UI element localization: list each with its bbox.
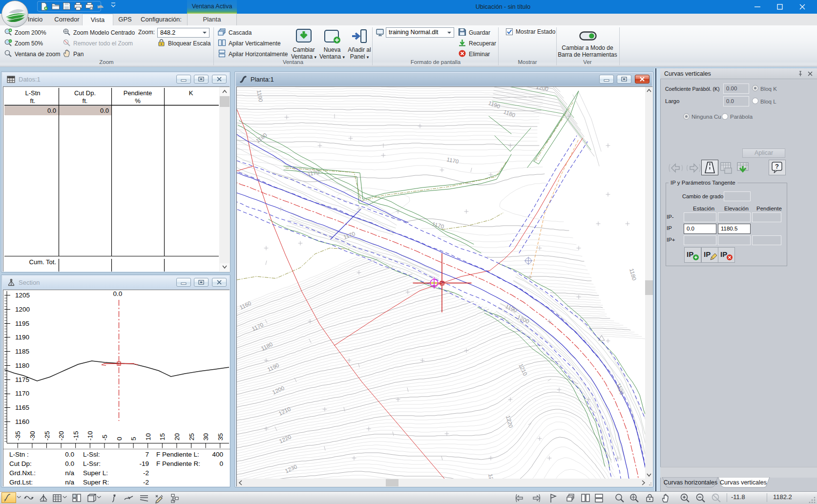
svg-text:F Pendiente L:: F Pendiente L: bbox=[156, 451, 199, 458]
svg-text:-10: -10 bbox=[86, 431, 94, 441]
svg-text:1170: 1170 bbox=[307, 169, 320, 177]
svg-text:1180: 1180 bbox=[260, 341, 273, 351]
svg-text:-25: -25 bbox=[43, 431, 51, 441]
svg-text:ft.: ft. bbox=[83, 97, 88, 105]
svg-text:Grd.Nxt.:: Grd.Nxt.: bbox=[9, 469, 36, 477]
svg-text:1195: 1195 bbox=[15, 320, 29, 327]
svg-text:15: 15 bbox=[159, 433, 166, 441]
svg-text:1190: 1190 bbox=[487, 100, 501, 110]
svg-text:Cut Dp:: Cut Dp: bbox=[9, 460, 32, 467]
svg-text:Super R:: Super R: bbox=[83, 479, 109, 486]
svg-text:Curvas horizontales: Curvas horizontales bbox=[664, 479, 717, 486]
svg-text:1190: 1190 bbox=[256, 89, 264, 102]
svg-text:1160: 1160 bbox=[239, 300, 252, 310]
svg-text:0.0: 0.0 bbox=[47, 107, 56, 114]
svg-text:1170: 1170 bbox=[15, 390, 29, 397]
svg-text:ft.: ft. bbox=[30, 97, 36, 105]
svg-text:5: 5 bbox=[130, 437, 137, 441]
svg-text:%: % bbox=[135, 97, 141, 105]
svg-text:L-Stn :: L-Stn : bbox=[9, 451, 29, 458]
svg-text:IP: IP bbox=[720, 250, 727, 258]
svg-text:1170: 1170 bbox=[446, 156, 460, 165]
svg-text:1190: 1190 bbox=[15, 334, 29, 341]
svg-text:-15: -15 bbox=[72, 431, 80, 441]
svg-text:1230: 1230 bbox=[284, 463, 298, 474]
svg-text:1165: 1165 bbox=[15, 404, 29, 411]
svg-text:Cum. Tot.: Cum. Tot. bbox=[29, 258, 56, 266]
svg-text:0.0: 0.0 bbox=[100, 107, 109, 114]
svg-text:-35: -35 bbox=[14, 431, 21, 441]
svg-text:20: 20 bbox=[173, 433, 181, 441]
svg-text:L-Stn: L-Stn bbox=[25, 89, 40, 97]
svg-text:-5: -5 bbox=[101, 435, 108, 441]
svg-text:35: 35 bbox=[217, 433, 224, 441]
svg-text:-2: -2 bbox=[143, 469, 149, 477]
svg-text:1170: 1170 bbox=[431, 221, 444, 230]
svg-text:Curvas verticales: Curvas verticales bbox=[720, 479, 767, 486]
svg-text:-19: -19 bbox=[139, 460, 149, 467]
svg-text:1205: 1205 bbox=[15, 292, 30, 299]
svg-text:1220: 1220 bbox=[278, 434, 292, 444]
svg-text:10: 10 bbox=[145, 433, 152, 441]
svg-text:400: 400 bbox=[212, 451, 223, 458]
svg-text:IP: IP bbox=[687, 250, 693, 258]
svg-text:0: 0 bbox=[116, 437, 123, 441]
svg-text:-30: -30 bbox=[29, 431, 36, 441]
svg-text:1170: 1170 bbox=[251, 321, 264, 332]
svg-text:0: 0 bbox=[219, 460, 223, 467]
svg-text:1180: 1180 bbox=[503, 109, 516, 119]
svg-text:25: 25 bbox=[188, 433, 195, 441]
svg-text:Super L:: Super L: bbox=[83, 469, 108, 477]
svg-text:Pendiente: Pendiente bbox=[124, 89, 152, 97]
svg-text:7: 7 bbox=[145, 451, 149, 458]
svg-text:0.0: 0.0 bbox=[113, 290, 123, 297]
svg-text:1180: 1180 bbox=[15, 362, 29, 369]
svg-text:0.0: 0.0 bbox=[65, 451, 74, 458]
svg-text:1170: 1170 bbox=[343, 231, 356, 240]
svg-text:?: ? bbox=[775, 163, 779, 170]
svg-text:1185: 1185 bbox=[15, 348, 29, 355]
svg-text:1190: 1190 bbox=[267, 362, 280, 372]
svg-text:Cut Dp.: Cut Dp. bbox=[74, 89, 96, 97]
svg-text:IP: IP bbox=[704, 250, 711, 258]
svg-text:F Pendiente R:: F Pendiente R: bbox=[156, 460, 200, 467]
svg-text:1210: 1210 bbox=[278, 406, 292, 417]
svg-text:1190: 1190 bbox=[615, 382, 625, 396]
svg-text:Grd.Lst:: Grd.Lst: bbox=[9, 479, 33, 486]
svg-text:K: K bbox=[189, 89, 193, 97]
svg-text:1200: 1200 bbox=[272, 385, 285, 396]
svg-text:-20: -20 bbox=[58, 431, 65, 441]
svg-text:1160: 1160 bbox=[15, 418, 29, 425]
svg-text:1200: 1200 bbox=[15, 306, 30, 313]
svg-text:1220: 1220 bbox=[505, 415, 514, 428]
svg-text:L-Ssr:: L-Ssr: bbox=[83, 460, 101, 467]
svg-text:1180: 1180 bbox=[628, 268, 637, 281]
svg-text:n/a: n/a bbox=[65, 469, 74, 477]
svg-text:30: 30 bbox=[202, 433, 209, 441]
svg-text:L-Ssl:: L-Ssl: bbox=[83, 451, 100, 458]
svg-text:-2: -2 bbox=[143, 479, 149, 486]
svg-text:n/a: n/a bbox=[65, 479, 74, 486]
svg-text:0.0: 0.0 bbox=[65, 460, 74, 467]
